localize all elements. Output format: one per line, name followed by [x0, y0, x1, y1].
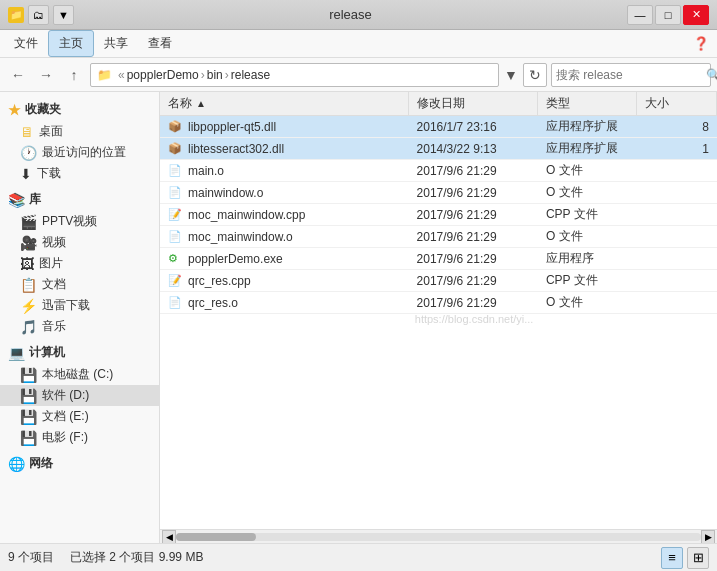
menu-view[interactable]: 查看	[138, 31, 182, 56]
app-icon: 📁	[8, 7, 24, 23]
sidebar-item-video-label: 视频	[42, 234, 66, 251]
library-icon: 📚	[8, 192, 25, 208]
file-type-cell: 应用程序扩展	[538, 140, 637, 157]
col-header-name[interactable]: 名称 ▲	[160, 92, 409, 115]
file-name-cell: 📄 main.o	[160, 164, 409, 178]
sidebar-library-header[interactable]: 📚 库	[0, 188, 159, 211]
file-date-cell: 2017/9/6 21:29	[409, 208, 538, 222]
sidebar-computer-header[interactable]: 💻 计算机	[0, 341, 159, 364]
forward-button[interactable]: →	[34, 63, 58, 87]
refresh-button[interactable]: ↻	[523, 63, 547, 87]
table-row[interactable]: ⚙ popplerDemo.exe 2017/9/6 21:29 应用程序	[160, 248, 717, 270]
computer-icon: 💻	[8, 345, 25, 361]
table-row[interactable]: 📄 main.o 2017/9/6 21:29 O 文件	[160, 160, 717, 182]
network-icon: 🌐	[8, 456, 25, 472]
menu-file[interactable]: 文件	[4, 31, 48, 56]
address-part-release[interactable]: release	[231, 68, 270, 82]
table-row[interactable]: 📦 libpoppler-qt5.dll 2016/1/7 23:16 应用程序…	[160, 116, 717, 138]
dll-icon: 📦	[168, 142, 184, 155]
help-button[interactable]: ❓	[689, 32, 713, 56]
file-name-cell: 📄 qrc_res.o	[160, 296, 409, 310]
scroll-left-button[interactable]: ◀	[162, 530, 176, 544]
maximize-button[interactable]: □	[655, 5, 681, 25]
file-name-cell: 📄 mainwindow.o	[160, 186, 409, 200]
menu-home[interactable]: 主页	[48, 30, 94, 57]
file-size-cell: 8	[637, 120, 717, 134]
sidebar-item-drive-c[interactable]: 💾 本地磁盘 (C:)	[0, 364, 159, 385]
file-type-cell: 应用程序扩展	[538, 118, 637, 135]
window-controls: — □ ✕	[627, 5, 709, 25]
file-name-cell: ⚙ popplerDemo.exe	[160, 252, 409, 266]
sidebar-network-header[interactable]: 🌐 网络	[0, 452, 159, 475]
table-row[interactable]: 📄 mainwindow.o 2017/9/6 21:29 O 文件	[160, 182, 717, 204]
file-type-cell: O 文件	[538, 228, 637, 245]
sidebar-item-drive-e[interactable]: 💾 文档 (E:)	[0, 406, 159, 427]
file-date-cell: 2014/3/22 9:13	[409, 142, 538, 156]
file-date-cell: 2016/1/7 23:16	[409, 120, 538, 134]
minimize-button[interactable]: —	[627, 5, 653, 25]
drive-d-icon: 💾	[20, 388, 37, 404]
search-input[interactable]	[556, 68, 706, 82]
table-row[interactable]: 📄 qrc_res.o 2017/9/6 21:29 O 文件	[160, 292, 717, 314]
sidebar-item-video[interactable]: 🎥 视频	[0, 232, 159, 253]
address-path[interactable]: 📁 « popplerDemo › bin › release	[90, 63, 499, 87]
sidebar-item-drive-d-label: 软件 (D:)	[42, 387, 89, 404]
sidebar-item-thunder[interactable]: ⚡ 迅雷下载	[0, 295, 159, 316]
address-dropdown-button[interactable]: ▼	[503, 63, 519, 87]
exe-icon: ⚙	[168, 252, 184, 265]
sidebar-item-desktop-label: 桌面	[39, 123, 63, 140]
sidebar-item-image[interactable]: 🖼 图片	[0, 253, 159, 274]
scroll-right-button[interactable]: ▶	[701, 530, 715, 544]
file-size-cell: 1	[637, 142, 717, 156]
sidebar-item-download[interactable]: ⬇ 下载	[0, 163, 159, 184]
sidebar-computer-section: 💻 计算机 💾 本地磁盘 (C:) 💾 软件 (D:) 💾 文档 (E:) 💾 …	[0, 341, 159, 448]
table-row[interactable]: 📄 moc_mainwindow.o 2017/9/6 21:29 O 文件	[160, 226, 717, 248]
file-type-cell: O 文件	[538, 294, 637, 311]
sidebar-item-pptv[interactable]: 🎬 PPTV视频	[0, 211, 159, 232]
drive-e-icon: 💾	[20, 409, 37, 425]
title-bar: 📁 🗂 ▼ release — □ ✕	[0, 0, 717, 30]
o-file-icon: 📄	[168, 164, 184, 177]
sidebar-item-doc[interactable]: 📋 文档	[0, 274, 159, 295]
search-box[interactable]: 🔍	[551, 63, 711, 87]
col-header-type[interactable]: 类型	[538, 92, 638, 115]
horizontal-scrollbar[interactable]: ◀ ▶	[160, 529, 717, 543]
file-date-cell: 2017/9/6 21:29	[409, 230, 538, 244]
pptv-icon: 🎬	[20, 214, 37, 230]
file-name-cell: 📄 moc_mainwindow.o	[160, 230, 409, 244]
sidebar-item-drive-e-label: 文档 (E:)	[42, 408, 89, 425]
sidebar-item-music-label: 音乐	[42, 318, 66, 335]
sidebar-item-music[interactable]: 🎵 音乐	[0, 316, 159, 337]
address-part-root[interactable]: popplerDemo	[127, 68, 199, 82]
table-row[interactable]: 📦 libtesseract302.dll 2014/3/22 9:13 应用程…	[160, 138, 717, 160]
menu-share[interactable]: 共享	[94, 31, 138, 56]
col-header-date[interactable]: 修改日期	[409, 92, 538, 115]
sidebar-item-pptv-label: PPTV视频	[42, 213, 97, 230]
quick-access-button[interactable]: 🗂	[28, 5, 49, 25]
file-type-cell: 应用程序	[538, 250, 637, 267]
status-bar: 9 个项目 已选择 2 个项目 9.99 MB ≡ ⊞	[0, 543, 717, 571]
selected-count: 已选择 2 个项目 9.99 MB	[70, 549, 203, 566]
col-header-size[interactable]: 大小	[637, 92, 717, 115]
file-type-cell: O 文件	[538, 184, 637, 201]
table-row[interactable]: 📝 qrc_res.cpp 2017/9/6 21:29 CPP 文件	[160, 270, 717, 292]
sidebar-item-desktop[interactable]: 🖥 桌面	[0, 121, 159, 142]
search-icon[interactable]: 🔍	[706, 68, 717, 82]
quick-access-button2[interactable]: ▼	[53, 5, 74, 25]
back-button[interactable]: ←	[6, 63, 30, 87]
up-button[interactable]: ↑	[62, 63, 86, 87]
list-view-button[interactable]: ≡	[661, 547, 683, 569]
detail-view-button[interactable]: ⊞	[687, 547, 709, 569]
scrollbar-thumb[interactable]	[176, 533, 256, 541]
scrollbar-track[interactable]	[176, 533, 701, 541]
sidebar-item-drive-c-label: 本地磁盘 (C:)	[42, 366, 113, 383]
table-row[interactable]: 📝 moc_mainwindow.cpp 2017/9/6 21:29 CPP …	[160, 204, 717, 226]
sidebar-item-drive-d[interactable]: 💾 软件 (D:)	[0, 385, 159, 406]
sidebar-favorites-header[interactable]: ★ 收藏夹	[0, 98, 159, 121]
sidebar-item-drive-f[interactable]: 💾 电影 (F:)	[0, 427, 159, 448]
drive-f-icon: 💾	[20, 430, 37, 446]
address-separator: «	[118, 68, 125, 82]
close-button[interactable]: ✕	[683, 5, 709, 25]
address-part-bin[interactable]: bin	[207, 68, 223, 82]
sidebar-item-recent[interactable]: 🕐 最近访问的位置	[0, 142, 159, 163]
